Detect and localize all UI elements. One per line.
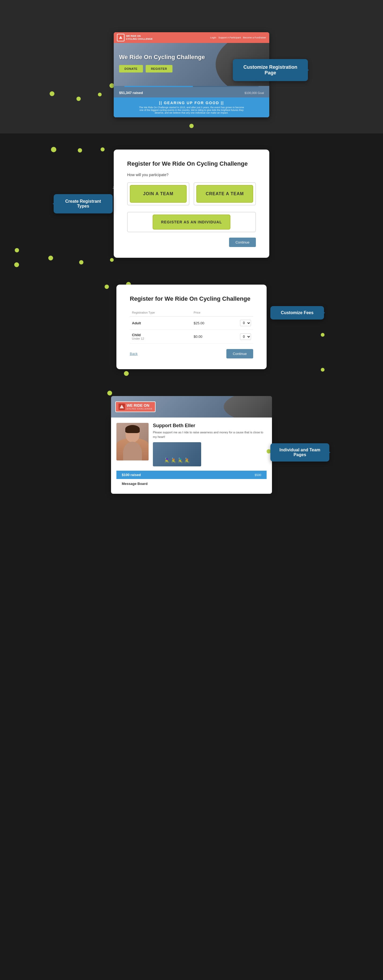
reg-individual-option: REGISTER AS AN INDIVIDUAL xyxy=(127,212,256,232)
dot-decor xyxy=(124,371,129,376)
reg-type-sub-child: Under 12 xyxy=(132,337,189,340)
reg-type-name-child: Child xyxy=(132,333,189,337)
callout-create-registrant-types: Create Registrant Types xyxy=(54,194,112,213)
callout-customize-registration: Customize Registration Page xyxy=(233,59,308,81)
banner-stats: $51,347 raised $100,000 Goal xyxy=(114,88,269,97)
back-button[interactable]: Back xyxy=(130,352,138,356)
fees-modal-title: Register for We Ride On Cycling Challeng… xyxy=(130,295,253,302)
banner-nav: WE RIDE ON CYCLING CHALLENGE Login Suppo… xyxy=(114,32,269,43)
progress-fill xyxy=(125,86,193,87)
register-button[interactable]: REGISTER xyxy=(146,65,173,73)
dot-decor xyxy=(189,124,194,128)
nav-login[interactable]: Login xyxy=(210,36,216,39)
reg-participate-prompt: How will you participate? xyxy=(127,173,256,177)
join-team-button[interactable]: JOIN A TEAM xyxy=(130,185,187,203)
participant-page-wrapper: WE RIDE ON CYLING CHALLENGE xyxy=(111,396,272,494)
dot-decor xyxy=(79,260,84,264)
participant-race-image xyxy=(153,442,201,466)
event-title: We Ride On Cycling Challenge xyxy=(119,54,205,61)
logo-text-line2: CYCLING CHALLENGE xyxy=(126,38,153,41)
dot-decor xyxy=(107,391,112,396)
col-header-price: Price xyxy=(192,309,222,317)
dot-decor xyxy=(15,248,19,252)
participant-logo-line2: CYLING CHALLENGE xyxy=(127,407,152,410)
callout-customize-fees: Customize Fees xyxy=(271,306,324,320)
registration-modal: Register for We Ride On Cycling Challeng… xyxy=(114,150,269,258)
fees-footer: Back Continue xyxy=(130,349,253,358)
participant-goal: $500 xyxy=(255,473,261,477)
nav-fundraiser[interactable]: Become a Fundraiser xyxy=(243,36,266,39)
dot-decor xyxy=(321,368,324,372)
section-banner: WE RIDE ON CYCLING CHALLENGE Login Suppo… xyxy=(0,0,383,134)
reg-modal-title: Register for We Ride On Cycling Challeng… xyxy=(127,160,256,167)
col-header-qty xyxy=(222,309,253,317)
callout-individual-team-pages: Individual and Team Pages xyxy=(271,443,329,461)
reg-continue-button[interactable]: Continue xyxy=(229,238,256,247)
table-row: Child Under 12 $0.00 0 1 2 3 xyxy=(130,330,253,344)
qty-select-child[interactable]: 0 1 2 3 xyxy=(240,334,251,340)
progress-bar xyxy=(125,86,258,87)
donate-button[interactable]: DONATE xyxy=(119,65,143,73)
logo-icon xyxy=(117,34,125,41)
reg-footer: Continue xyxy=(127,238,256,247)
participant-description: Please support me as I ride to raise awa… xyxy=(153,430,267,439)
participant-name: Support Beth Eller xyxy=(153,423,267,428)
dot-decor xyxy=(14,262,19,267)
participant-info-card: Support Beth Eller Please support me as … xyxy=(111,417,272,494)
nav-support[interactable]: Support A Participant xyxy=(218,36,241,39)
logo-text-line1: WE RIDE ON xyxy=(126,35,153,38)
register-individual-button[interactable]: REGISTER AS AN INDIVIDUAL xyxy=(153,215,231,229)
raised-amount: $51,347 raised xyxy=(119,91,143,95)
fees-continue-button[interactable]: Continue xyxy=(226,349,253,358)
participant-progress-bar: $100 raised $500 xyxy=(116,471,267,479)
participant-logo-line1: WE RIDE ON xyxy=(127,404,152,407)
col-header-type: Registration Type xyxy=(130,309,192,317)
create-team-button[interactable]: CREATE A TEAM xyxy=(196,185,253,203)
banner-nav-links[interactable]: Login Support A Participant Become a Fun… xyxy=(210,36,266,39)
dot-decor xyxy=(321,333,324,337)
participant-hero-image xyxy=(224,396,272,417)
goal-amount: $100,000 Goal xyxy=(245,91,264,94)
message-board-label: Message Board xyxy=(116,479,267,488)
table-row: Adult $25.00 0 1 2 3 xyxy=(130,317,253,330)
fees-modal: Register for We Ride On Cycling Challeng… xyxy=(116,285,267,369)
fees-table: Registration Type Price Adult $25.00 0 xyxy=(130,309,253,344)
participant-logo: WE RIDE ON CYLING CHALLENGE xyxy=(116,401,155,412)
event-description: The We Ride On Challenge started in 2015… xyxy=(138,106,245,114)
participant-profile: Support Beth Eller Please support me as … xyxy=(116,423,267,466)
banner-logo: WE RIDE ON CYCLING CHALLENGE xyxy=(117,34,153,41)
reg-type-name-adult: Adult xyxy=(132,321,189,325)
gearing-title: || GEARING UP FOR GOOD || xyxy=(119,101,264,105)
section-fees: Register for We Ride On Cycling Challeng… xyxy=(0,269,383,380)
participant-details: Support Beth Eller Please support me as … xyxy=(153,423,267,466)
participant-raised: $100 raised xyxy=(122,473,141,477)
section-registration: Create Registrant Types JOIN TEAM Regist… xyxy=(0,134,383,269)
qty-select-adult[interactable]: 0 1 2 3 xyxy=(240,320,251,326)
participant-avatar xyxy=(116,423,149,460)
participant-banner: WE RIDE ON CYLING CHALLENGE xyxy=(111,396,272,417)
reg-price-child: $0.00 xyxy=(192,330,222,344)
dot-decor xyxy=(110,258,114,262)
reg-price-adult: $25.00 xyxy=(192,317,222,330)
event-info-bar: || GEARING UP FOR GOOD || The We Ride On… xyxy=(114,97,269,117)
section-participant: WE RIDE ON CYLING CHALLENGE xyxy=(0,380,383,515)
dot-decor xyxy=(48,256,53,261)
reg-team-options: JOIN A TEAM CREATE A TEAM xyxy=(127,182,256,208)
